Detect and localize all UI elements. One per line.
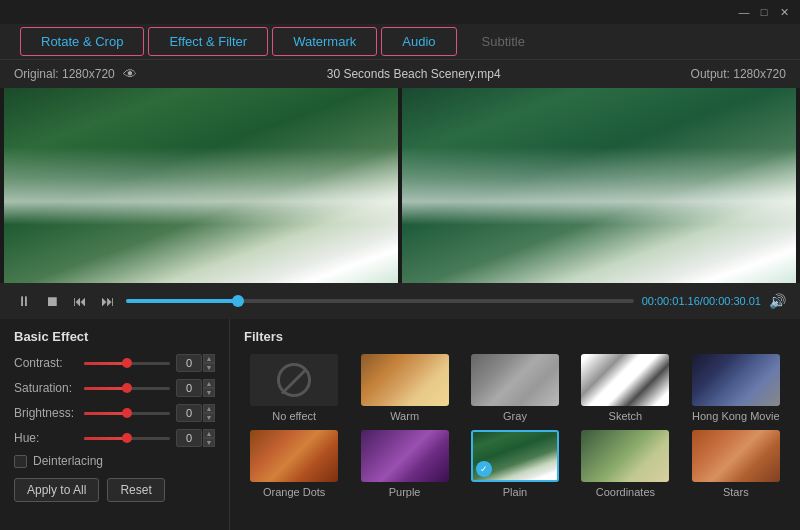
pause-button[interactable]: ⏸ (14, 291, 34, 311)
hue-up[interactable]: ▲ (203, 429, 215, 438)
output-video-panel (402, 88, 796, 283)
deinterlacing-row: Deinterlacing (14, 454, 215, 468)
bottom-panel: Basic Effect Contrast: ▲ ▼ Saturation: (0, 319, 800, 530)
filter-plain[interactable]: ✓ Plain (465, 430, 565, 498)
filter-thumb-sketch (581, 354, 669, 406)
filters-panel: Filters No effect Warm Gray Sk (230, 319, 800, 530)
saturation-label: Saturation: (14, 381, 84, 395)
tab-watermark[interactable]: Watermark (272, 27, 377, 56)
hue-down[interactable]: ▼ (203, 438, 215, 447)
original-video-panel (4, 88, 398, 283)
filter-selected-check: ✓ (476, 461, 492, 477)
brightness-value[interactable] (176, 404, 202, 422)
filter-thumb-hk (692, 354, 780, 406)
filter-label-sketch: Sketch (609, 410, 643, 422)
filter-orange-dots[interactable]: Orange Dots (244, 430, 344, 498)
saturation-up[interactable]: ▲ (203, 379, 215, 388)
filter-warm[interactable]: Warm (354, 354, 454, 422)
progress-thumb (232, 295, 244, 307)
filter-label-no-effect: No effect (272, 410, 316, 422)
next-frame-button[interactable]: ⏭ (98, 291, 118, 311)
filename-label: 30 Seconds Beach Scenery.mp4 (327, 67, 501, 81)
action-row: Apply to All Reset (14, 478, 215, 502)
title-bar: — □ ✕ (0, 0, 800, 24)
saturation-row: Saturation: ▲ ▼ (14, 379, 215, 397)
filter-thumb-plain: ✓ (471, 430, 559, 482)
filter-purple[interactable]: Purple (354, 430, 454, 498)
filter-sketch[interactable]: Sketch (575, 354, 675, 422)
contrast-label: Contrast: (14, 356, 84, 370)
contrast-value[interactable] (176, 354, 202, 372)
basic-effect-title: Basic Effect (14, 329, 215, 344)
preview-info-bar: Original: 1280x720 👁 30 Seconds Beach Sc… (0, 60, 800, 88)
brightness-row: Brightness: ▲ ▼ (14, 404, 215, 422)
saturation-value[interactable] (176, 379, 202, 397)
brightness-down[interactable]: ▼ (203, 413, 215, 422)
contrast-up[interactable]: ▲ (203, 354, 215, 363)
filter-coordinates[interactable]: Coordinates (575, 430, 675, 498)
hue-row: Hue: ▲ ▼ (14, 429, 215, 447)
filter-thumb-orange (250, 430, 338, 482)
reset-button[interactable]: Reset (107, 478, 164, 502)
filter-label-warm: Warm (390, 410, 419, 422)
filter-thumb-purple (361, 430, 449, 482)
filter-label-stars: Stars (723, 486, 749, 498)
filter-hk-movie[interactable]: Hong Kong Movie (686, 354, 786, 422)
filter-stars[interactable]: Stars (686, 430, 786, 498)
tabs-bar: Rotate & Crop Effect & Filter Watermark … (0, 24, 800, 60)
filter-thumb-stars (692, 430, 780, 482)
contrast-down[interactable]: ▼ (203, 363, 215, 372)
filter-label-orange: Orange Dots (263, 486, 325, 498)
tab-rotate-crop[interactable]: Rotate & Crop (20, 27, 144, 56)
preview-area (0, 88, 800, 283)
brightness-slider[interactable] (84, 412, 170, 415)
volume-icon[interactable]: 🔊 (769, 293, 786, 309)
hue-value[interactable] (176, 429, 202, 447)
hue-label: Hue: (14, 431, 84, 445)
filter-thumb-gray (471, 354, 559, 406)
filter-thumb-coordinates (581, 430, 669, 482)
minimize-button[interactable]: — (736, 4, 752, 20)
filter-label-plain: Plain (503, 486, 527, 498)
contrast-slider[interactable] (84, 362, 170, 365)
saturation-slider[interactable] (84, 387, 170, 390)
saturation-down[interactable]: ▼ (203, 388, 215, 397)
hue-slider[interactable] (84, 437, 170, 440)
filters-grid: No effect Warm Gray Sketch Hong Kong Mov… (244, 354, 786, 498)
brightness-up[interactable]: ▲ (203, 404, 215, 413)
progress-track[interactable] (126, 299, 634, 303)
stop-button[interactable]: ⏹ (42, 291, 62, 311)
no-effect-circle-icon (277, 363, 311, 397)
filter-label-purple: Purple (389, 486, 421, 498)
deinterlacing-checkbox[interactable] (14, 455, 27, 468)
tab-audio[interactable]: Audio (381, 27, 456, 56)
filter-label-coordinates: Coordinates (596, 486, 655, 498)
time-display: 00:00:01.16/00:00:30.01 (642, 295, 761, 307)
filter-gray[interactable]: Gray (465, 354, 565, 422)
filters-title: Filters (244, 329, 786, 344)
filter-thumb-warm (361, 354, 449, 406)
tab-subtitle[interactable]: Subtitle (461, 27, 546, 56)
prev-frame-button[interactable]: ⏮ (70, 291, 90, 311)
apply-to-all-button[interactable]: Apply to All (14, 478, 99, 502)
output-resolution: Output: 1280x720 (691, 67, 786, 81)
filter-no-effect[interactable]: No effect (244, 354, 344, 422)
filter-label-gray: Gray (503, 410, 527, 422)
eye-icon[interactable]: 👁 (123, 66, 137, 82)
brightness-label: Brightness: (14, 406, 84, 420)
deinterlacing-label: Deinterlacing (33, 454, 103, 468)
tab-effect-filter[interactable]: Effect & Filter (148, 27, 268, 56)
filter-label-hk: Hong Kong Movie (692, 410, 779, 422)
progress-fill (126, 299, 238, 303)
close-button[interactable]: ✕ (776, 4, 792, 20)
original-resolution: Original: 1280x720 (14, 67, 115, 81)
basic-effect-panel: Basic Effect Contrast: ▲ ▼ Saturation: (0, 319, 230, 530)
contrast-row: Contrast: ▲ ▼ (14, 354, 215, 372)
filter-thumb-no-effect (250, 354, 338, 406)
playback-bar: ⏸ ⏹ ⏮ ⏭ 00:00:01.16/00:00:30.01 🔊 (0, 283, 800, 319)
maximize-button[interactable]: □ (756, 4, 772, 20)
